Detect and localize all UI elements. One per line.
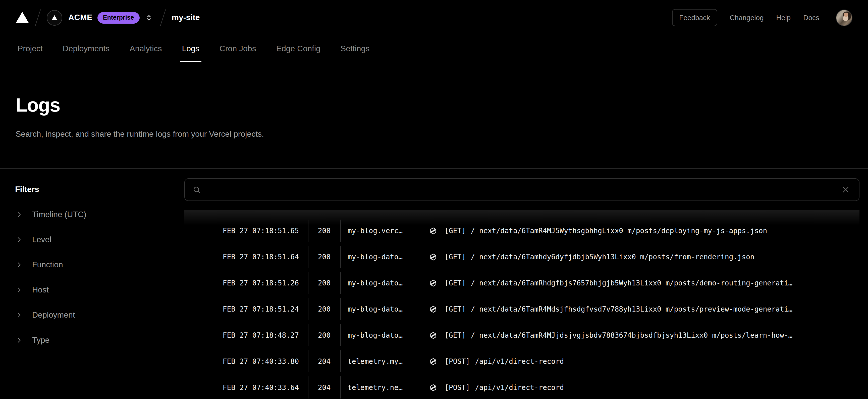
filter-item-label: Type	[32, 336, 50, 345]
chevron-up-down-icon	[145, 13, 153, 22]
log-row[interactable]: FEB 27 07:18:51.65 200 my-blog.verc…	[184, 218, 860, 244]
tab-logs[interactable]: Logs	[180, 35, 201, 62]
log-host: my-blog-dato…	[341, 279, 427, 287]
tab-label: Cron Jobs	[219, 44, 256, 53]
log-timestamp: FEB 27 07:18:51.24	[184, 305, 308, 313]
log-timestamp: FEB 27 07:18:51.64	[184, 253, 308, 261]
page-hero: Logs Search, inspect, and share the runt…	[0, 62, 868, 169]
tab-analytics[interactable]: Analytics	[128, 35, 164, 62]
chevron-right-icon	[15, 311, 23, 319]
top-bar-right: Feedback ChangelogHelpDocs	[672, 9, 852, 26]
log-row[interactable]: FEB 27 07:18:51.24 200 my-blog-dato…	[184, 296, 860, 322]
log-status-code: 200	[308, 279, 340, 287]
log-row[interactable]: FEB 27 07:40:33.64 204 telemetry.ne…	[184, 374, 860, 399]
user-avatar[interactable]	[836, 9, 852, 26]
function-icon	[429, 305, 437, 313]
filter-item-timeline-utc[interactable]: Timeline (UTC)	[15, 202, 175, 227]
clear-search-button[interactable]	[840, 184, 851, 195]
log-row[interactable]: FEB 27 07:18:51.64 200 my-blog-dato…	[184, 244, 860, 270]
feedback-button[interactable]: Feedback	[672, 9, 717, 26]
log-path: /_next/data/6TamRhdgfbjs7657bhjgjb5Wyh13…	[471, 279, 793, 287]
tab-cron-jobs[interactable]: Cron Jobs	[217, 35, 258, 62]
log-search-bar	[184, 178, 860, 201]
breadcrumb-slash	[160, 9, 166, 26]
log-table: FEB 27 07:18:51.65 200 my-blog.verc…	[184, 210, 860, 399]
top-bar: ACME Enterprise my-site Feedback Changel…	[0, 0, 868, 35]
team-switcher-button[interactable]	[144, 12, 154, 23]
log-request: [POST] /api/v1/direct-record	[444, 357, 860, 365]
log-timestamp: FEB 27 07:18:48.27	[184, 331, 308, 339]
log-request: [GET] /_next/data/6Tamhdy6dyfjdbjb5Wyh13…	[444, 253, 860, 261]
function-icon	[429, 252, 437, 261]
log-status-code: 200	[308, 305, 340, 313]
log-host: my-blog-dato…	[341, 331, 427, 339]
filter-item-label: Host	[32, 285, 49, 295]
log-status-code: 204	[308, 357, 340, 365]
log-row[interactable]: FEB 27 07:40:33.80 204 telemetry.my…	[184, 348, 860, 374]
header-links: ChangelogHelpDocs	[717, 13, 819, 22]
log-method: [GET]	[444, 279, 466, 287]
function-icon	[429, 226, 437, 235]
content-area: Filters Timeline (UTC) Level	[0, 169, 868, 399]
log-path: /_next/data/6TamR4MJ5WythsgbhhgLixx0_m/p…	[471, 227, 767, 235]
tab-edge-config[interactable]: Edge Config	[274, 35, 322, 62]
log-path: /api/v1/direct-record	[475, 357, 564, 365]
header-link-docs[interactable]: Docs	[803, 13, 819, 22]
log-path: /_next/data/6TamR4Mdsjfhsdgfvsd7v788yh13…	[471, 305, 793, 313]
function-icon	[429, 279, 437, 287]
filter-item-host[interactable]: Host	[15, 277, 175, 303]
filter-item-deployment[interactable]: Deployment	[15, 303, 175, 328]
tab-label: Deployments	[63, 44, 110, 53]
log-method: [GET]	[444, 227, 466, 235]
log-request: [GET] /_next/data/6TamR4MJjdsjvgjsbdv788…	[444, 331, 860, 339]
log-path: /_next/data/6TamR4MJjdsjvgjsbdv7883674bj…	[471, 331, 793, 339]
log-status-code: 200	[308, 227, 340, 235]
chevron-right-icon	[15, 261, 23, 269]
tab-label: Settings	[341, 44, 370, 53]
log-host: telemetry.ne…	[341, 383, 427, 392]
project-name: my-site	[172, 13, 200, 22]
log-method: [GET]	[444, 331, 466, 339]
log-timestamp: FEB 27 07:18:51.26	[184, 279, 308, 287]
log-host: my-blog-dato…	[341, 305, 427, 313]
filter-item-label: Timeline (UTC)	[32, 210, 86, 219]
log-method: [POST]	[444, 383, 470, 392]
log-request: [POST] /api/v1/direct-record	[444, 383, 860, 392]
vercel-logo-icon[interactable]	[16, 11, 29, 24]
log-request: [GET] /_next/data/6TamRhdgfbjs7657bhjgjb…	[444, 279, 860, 287]
log-timestamp: FEB 27 07:18:51.65	[184, 227, 308, 235]
log-request: [GET] /_next/data/6TamR4MJ5WythsgbhhgLix…	[444, 227, 860, 235]
chevron-right-icon	[15, 286, 23, 294]
tab-deployments[interactable]: Deployments	[61, 35, 112, 62]
header-link-help[interactable]: Help	[776, 13, 791, 22]
log-path: /_next/data/6Tamhdy6dyfjdbjb5Wyh13Lixx0_…	[471, 253, 754, 261]
team-avatar[interactable]	[47, 10, 62, 25]
log-host: telemetry.my…	[341, 357, 427, 365]
header-link-changelog[interactable]: Changelog	[730, 13, 764, 22]
tab-label: Project	[18, 44, 43, 53]
tab-project[interactable]: Project	[16, 35, 45, 62]
filter-item-type[interactable]: Type	[15, 328, 175, 353]
breadcrumb-slash	[35, 9, 41, 26]
log-request: [GET] /_next/data/6TamR4Mdsjfhsdgfvsd7v7…	[444, 305, 860, 313]
log-path: /api/v1/direct-record	[475, 383, 564, 392]
team-name: ACME	[68, 13, 92, 22]
filter-item-label: Deployment	[32, 311, 75, 319]
log-status-code: 200	[308, 331, 340, 339]
filter-item-level[interactable]: Level	[15, 227, 175, 252]
log-row[interactable]: FEB 27 07:18:48.27 200 my-blog-dato…	[184, 322, 860, 348]
log-timestamp: FEB 27 07:40:33.80	[184, 357, 308, 365]
logs-main: FEB 27 07:18:51.65 200 my-blog.verc…	[175, 169, 868, 399]
chevron-right-icon	[15, 211, 23, 219]
top-bar-left: ACME Enterprise my-site	[16, 9, 200, 26]
log-row[interactable]: FEB 27 07:18:51.26 200 my-blog-dato…	[184, 270, 860, 296]
close-icon	[841, 185, 850, 194]
search-input[interactable]	[207, 185, 835, 194]
filter-item-function[interactable]: Function	[15, 252, 175, 277]
log-method: [POST]	[444, 357, 470, 365]
tab-label: Logs	[182, 44, 199, 53]
tab-settings[interactable]: Settings	[339, 35, 372, 62]
page-title: Logs	[16, 94, 852, 116]
chevron-right-icon	[15, 236, 23, 244]
filter-item-label: Function	[32, 260, 63, 269]
